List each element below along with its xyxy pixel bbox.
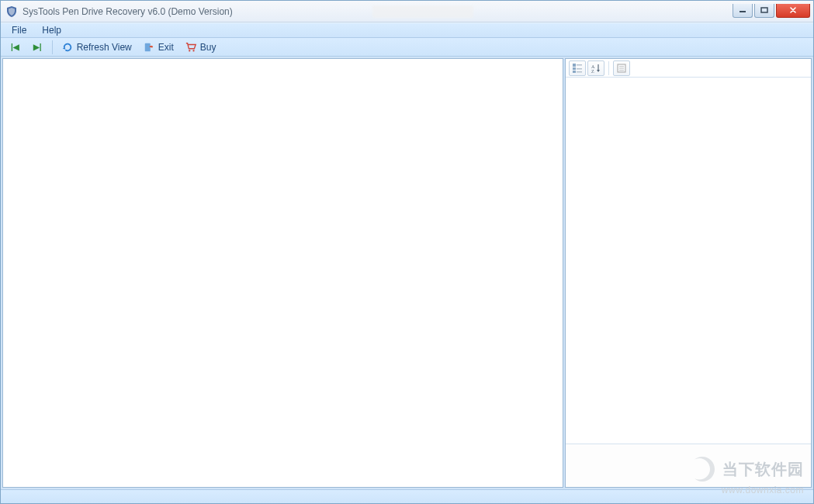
svg-rect-1	[761, 8, 767, 12]
window-controls	[733, 4, 813, 19]
svg-rect-0	[740, 11, 746, 12]
content-area: AZ	[1, 57, 813, 489]
main-pane	[2, 58, 563, 488]
maximize-button[interactable]	[754, 4, 774, 18]
svg-rect-2	[145, 43, 151, 51]
svg-rect-5	[573, 64, 576, 67]
svg-rect-8	[577, 64, 582, 66]
svg-point-3	[189, 50, 190, 51]
application-window: SysTools Pen Drive Recovery v6.0 (Demo V…	[0, 0, 814, 504]
alphabetical-button[interactable]: AZ	[587, 60, 604, 76]
svg-rect-7	[573, 71, 576, 73]
exit-label: Exit	[158, 42, 174, 53]
svg-rect-10	[577, 71, 582, 73]
cart-icon	[185, 41, 197, 54]
refresh-button[interactable]: Refresh View	[57, 40, 136, 54]
close-button[interactable]	[776, 4, 810, 18]
properties-toolbar-divider	[608, 61, 609, 75]
categorized-button[interactable]	[569, 60, 586, 76]
buy-button[interactable]: Buy	[181, 40, 220, 54]
svg-rect-15	[619, 67, 624, 68]
property-pages-button[interactable]	[613, 60, 630, 76]
exit-icon	[143, 41, 155, 54]
svg-text:Z: Z	[591, 69, 594, 74]
next-icon: ▶|	[32, 43, 43, 51]
menu-help[interactable]: Help	[36, 23, 68, 37]
app-icon	[5, 5, 18, 18]
toolbar: |◀ ▶| Refresh View Exit Buy	[1, 38, 813, 57]
menu-file[interactable]: File	[5, 23, 33, 37]
statusbar	[1, 489, 813, 503]
svg-point-4	[192, 50, 194, 51]
svg-rect-6	[573, 67, 576, 70]
titlebar-blur-area	[372, 5, 473, 18]
page-icon	[616, 63, 627, 74]
properties-body	[566, 78, 811, 444]
svg-rect-9	[577, 68, 582, 70]
window-title: SysTools Pen Drive Recovery v6.0 (Demo V…	[23, 6, 233, 17]
nav-first-button[interactable]: |◀	[5, 42, 25, 52]
first-icon: |◀	[9, 43, 21, 51]
toolbar-divider	[52, 40, 53, 54]
properties-toolbar: AZ	[566, 59, 811, 78]
menubar: File Help	[1, 22, 813, 38]
svg-rect-16	[619, 70, 624, 71]
svg-rect-14	[619, 66, 624, 67]
titlebar: SysTools Pen Drive Recovery v6.0 (Demo V…	[1, 1, 813, 22]
buy-label: Buy	[200, 42, 216, 53]
nav-next-button[interactable]: ▶|	[28, 42, 47, 52]
properties-description-area	[566, 444, 811, 487]
minimize-button[interactable]	[733, 4, 753, 18]
refresh-label: Refresh View	[77, 42, 132, 53]
exit-button[interactable]: Exit	[139, 40, 178, 54]
sort-az-icon: AZ	[591, 63, 601, 74]
properties-pane: AZ	[565, 58, 812, 488]
refresh-icon	[61, 41, 74, 54]
categorize-icon	[572, 63, 583, 74]
